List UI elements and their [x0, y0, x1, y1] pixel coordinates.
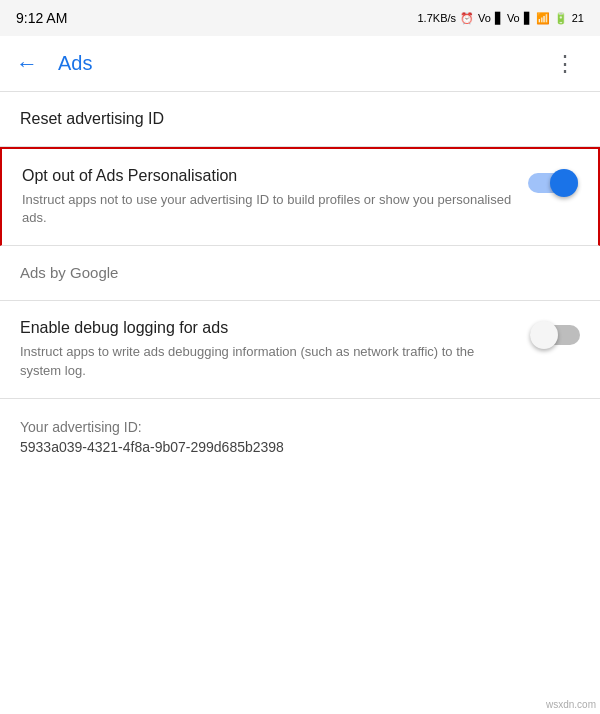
opt-out-description: Instruct apps not to use your advertisin… — [22, 191, 512, 227]
network-speed: 1.7KB/s — [418, 12, 457, 24]
more-options-button[interactable]: ⋮ — [546, 43, 584, 85]
reset-advertising-id-label: Reset advertising ID — [20, 110, 164, 127]
volte-icon-2: Vo — [507, 12, 520, 24]
signal-icon-2: ▋ — [524, 12, 532, 25]
debug-logging-toggle[interactable] — [530, 321, 580, 349]
status-time: 9:12 AM — [16, 10, 67, 26]
opt-out-toggle[interactable] — [528, 169, 578, 197]
app-bar: ← Ads ⋮ — [0, 36, 600, 92]
alarm-icon: ⏰ — [460, 12, 474, 25]
battery-level: 21 — [572, 12, 584, 24]
opt-out-personalisation-item[interactable]: Opt out of Ads Personalisation Instruct … — [0, 147, 600, 246]
page-title: Ads — [58, 52, 546, 75]
volte-icon: Vo — [478, 12, 491, 24]
battery-icon: 🔋 — [554, 12, 568, 25]
debug-text-container: Enable debug logging for ads Instruct ap… — [20, 319, 514, 379]
advertising-id-section: Your advertising ID: 5933a039-4321-4f8a-… — [0, 399, 600, 475]
wifi-icon: 📶 — [536, 12, 550, 25]
ads-by-google-section: Ads by Google — [0, 246, 600, 301]
back-button[interactable]: ← — [16, 51, 38, 77]
watermark: wsxdn.com — [546, 699, 596, 710]
advertising-id-label: Your advertising ID: — [20, 419, 580, 435]
reset-advertising-id-item[interactable]: Reset advertising ID — [0, 92, 600, 147]
debug-logging-item[interactable]: Enable debug logging for ads Instruct ap… — [0, 301, 600, 398]
debug-logging-title: Enable debug logging for ads — [20, 319, 514, 337]
status-bar: 9:12 AM 1.7KB/s ⏰ Vo ▋ Vo ▋ 📶 🔋 21 — [0, 0, 600, 36]
ads-by-google-label: Ads by Google — [20, 264, 118, 281]
toggle-thumb — [550, 169, 578, 197]
advertising-id-value: 5933a039-4321-4f8a-9b07-299d685b2398 — [20, 439, 580, 455]
opt-out-text-container: Opt out of Ads Personalisation Instruct … — [22, 167, 512, 227]
debug-logging-description: Instruct apps to write ads debugging inf… — [20, 343, 514, 379]
signal-icon-1: ▋ — [495, 12, 503, 25]
opt-out-title: Opt out of Ads Personalisation — [22, 167, 512, 185]
content-area: Reset advertising ID Opt out of Ads Pers… — [0, 92, 600, 475]
debug-toggle-thumb — [530, 321, 558, 349]
status-icons: 1.7KB/s ⏰ Vo ▋ Vo ▋ 📶 🔋 21 — [418, 12, 585, 25]
